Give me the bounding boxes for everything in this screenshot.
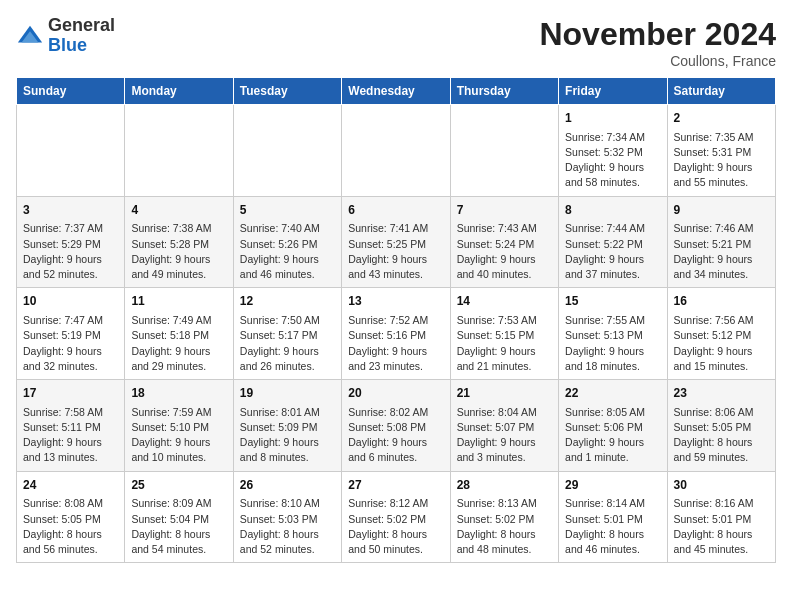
col-saturday: Saturday bbox=[667, 78, 775, 105]
calendar-cell: 19Sunrise: 8:01 AMSunset: 5:09 PMDayligh… bbox=[233, 380, 341, 472]
day-info: Sunrise: 7:47 AMSunset: 5:19 PMDaylight:… bbox=[23, 313, 118, 374]
calendar-cell: 3Sunrise: 7:37 AMSunset: 5:29 PMDaylight… bbox=[17, 196, 125, 288]
calendar-cell: 27Sunrise: 8:12 AMSunset: 5:02 PMDayligh… bbox=[342, 471, 450, 563]
calendar-cell: 28Sunrise: 8:13 AMSunset: 5:02 PMDayligh… bbox=[450, 471, 558, 563]
day-info: Sunrise: 7:37 AMSunset: 5:29 PMDaylight:… bbox=[23, 221, 118, 282]
day-info: Sunrise: 7:55 AMSunset: 5:13 PMDaylight:… bbox=[565, 313, 660, 374]
col-monday: Monday bbox=[125, 78, 233, 105]
day-info: Sunrise: 8:02 AMSunset: 5:08 PMDaylight:… bbox=[348, 405, 443, 466]
week-row-1: 1Sunrise: 7:34 AMSunset: 5:32 PMDaylight… bbox=[17, 105, 776, 197]
day-number: 30 bbox=[674, 477, 769, 494]
day-info: Sunrise: 8:12 AMSunset: 5:02 PMDaylight:… bbox=[348, 496, 443, 557]
calendar-cell: 17Sunrise: 7:58 AMSunset: 5:11 PMDayligh… bbox=[17, 380, 125, 472]
day-info: Sunrise: 8:14 AMSunset: 5:01 PMDaylight:… bbox=[565, 496, 660, 557]
day-info: Sunrise: 7:41 AMSunset: 5:25 PMDaylight:… bbox=[348, 221, 443, 282]
day-number: 27 bbox=[348, 477, 443, 494]
calendar-cell: 14Sunrise: 7:53 AMSunset: 5:15 PMDayligh… bbox=[450, 288, 558, 380]
day-number: 12 bbox=[240, 293, 335, 310]
day-info: Sunrise: 7:46 AMSunset: 5:21 PMDaylight:… bbox=[674, 221, 769, 282]
day-number: 25 bbox=[131, 477, 226, 494]
calendar-cell bbox=[17, 105, 125, 197]
calendar-cell: 24Sunrise: 8:08 AMSunset: 5:05 PMDayligh… bbox=[17, 471, 125, 563]
day-info: Sunrise: 7:43 AMSunset: 5:24 PMDaylight:… bbox=[457, 221, 552, 282]
day-number: 26 bbox=[240, 477, 335, 494]
calendar-cell: 7Sunrise: 7:43 AMSunset: 5:24 PMDaylight… bbox=[450, 196, 558, 288]
calendar-cell: 26Sunrise: 8:10 AMSunset: 5:03 PMDayligh… bbox=[233, 471, 341, 563]
calendar-cell: 21Sunrise: 8:04 AMSunset: 5:07 PMDayligh… bbox=[450, 380, 558, 472]
calendar-cell: 30Sunrise: 8:16 AMSunset: 5:01 PMDayligh… bbox=[667, 471, 775, 563]
day-info: Sunrise: 7:38 AMSunset: 5:28 PMDaylight:… bbox=[131, 221, 226, 282]
week-row-3: 10Sunrise: 7:47 AMSunset: 5:19 PMDayligh… bbox=[17, 288, 776, 380]
calendar-cell: 16Sunrise: 7:56 AMSunset: 5:12 PMDayligh… bbox=[667, 288, 775, 380]
col-sunday: Sunday bbox=[17, 78, 125, 105]
day-number: 22 bbox=[565, 385, 660, 402]
calendar-cell bbox=[125, 105, 233, 197]
day-info: Sunrise: 7:58 AMSunset: 5:11 PMDaylight:… bbox=[23, 405, 118, 466]
calendar-table: Sunday Monday Tuesday Wednesday Thursday… bbox=[16, 77, 776, 563]
day-number: 16 bbox=[674, 293, 769, 310]
day-info: Sunrise: 8:05 AMSunset: 5:06 PMDaylight:… bbox=[565, 405, 660, 466]
day-number: 2 bbox=[674, 110, 769, 127]
day-number: 10 bbox=[23, 293, 118, 310]
day-number: 19 bbox=[240, 385, 335, 402]
day-number: 13 bbox=[348, 293, 443, 310]
day-number: 24 bbox=[23, 477, 118, 494]
logo-icon bbox=[16, 22, 44, 50]
col-tuesday: Tuesday bbox=[233, 78, 341, 105]
page-header: General Blue November 2024 Coullons, Fra… bbox=[16, 16, 776, 69]
day-number: 23 bbox=[674, 385, 769, 402]
location: Coullons, France bbox=[539, 53, 776, 69]
calendar-body: 1Sunrise: 7:34 AMSunset: 5:32 PMDaylight… bbox=[17, 105, 776, 563]
day-number: 18 bbox=[131, 385, 226, 402]
calendar-cell: 8Sunrise: 7:44 AMSunset: 5:22 PMDaylight… bbox=[559, 196, 667, 288]
calendar-cell: 4Sunrise: 7:38 AMSunset: 5:28 PMDaylight… bbox=[125, 196, 233, 288]
calendar-cell: 5Sunrise: 7:40 AMSunset: 5:26 PMDaylight… bbox=[233, 196, 341, 288]
day-info: Sunrise: 7:44 AMSunset: 5:22 PMDaylight:… bbox=[565, 221, 660, 282]
day-number: 1 bbox=[565, 110, 660, 127]
calendar-cell: 23Sunrise: 8:06 AMSunset: 5:05 PMDayligh… bbox=[667, 380, 775, 472]
day-info: Sunrise: 7:53 AMSunset: 5:15 PMDaylight:… bbox=[457, 313, 552, 374]
day-info: Sunrise: 7:56 AMSunset: 5:12 PMDaylight:… bbox=[674, 313, 769, 374]
day-number: 15 bbox=[565, 293, 660, 310]
calendar-cell: 11Sunrise: 7:49 AMSunset: 5:18 PMDayligh… bbox=[125, 288, 233, 380]
day-number: 11 bbox=[131, 293, 226, 310]
calendar-cell: 13Sunrise: 7:52 AMSunset: 5:16 PMDayligh… bbox=[342, 288, 450, 380]
day-number: 20 bbox=[348, 385, 443, 402]
day-info: Sunrise: 8:08 AMSunset: 5:05 PMDaylight:… bbox=[23, 496, 118, 557]
calendar-cell: 22Sunrise: 8:05 AMSunset: 5:06 PMDayligh… bbox=[559, 380, 667, 472]
col-friday: Friday bbox=[559, 78, 667, 105]
day-number: 17 bbox=[23, 385, 118, 402]
logo-text: General Blue bbox=[48, 16, 115, 56]
day-number: 9 bbox=[674, 202, 769, 219]
day-number: 6 bbox=[348, 202, 443, 219]
logo: General Blue bbox=[16, 16, 115, 56]
week-row-2: 3Sunrise: 7:37 AMSunset: 5:29 PMDaylight… bbox=[17, 196, 776, 288]
day-info: Sunrise: 8:09 AMSunset: 5:04 PMDaylight:… bbox=[131, 496, 226, 557]
day-info: Sunrise: 8:06 AMSunset: 5:05 PMDaylight:… bbox=[674, 405, 769, 466]
calendar-header: Sunday Monday Tuesday Wednesday Thursday… bbox=[17, 78, 776, 105]
day-number: 21 bbox=[457, 385, 552, 402]
day-info: Sunrise: 7:34 AMSunset: 5:32 PMDaylight:… bbox=[565, 130, 660, 191]
calendar-cell: 10Sunrise: 7:47 AMSunset: 5:19 PMDayligh… bbox=[17, 288, 125, 380]
day-info: Sunrise: 7:52 AMSunset: 5:16 PMDaylight:… bbox=[348, 313, 443, 374]
calendar-cell bbox=[450, 105, 558, 197]
day-info: Sunrise: 7:49 AMSunset: 5:18 PMDaylight:… bbox=[131, 313, 226, 374]
day-number: 14 bbox=[457, 293, 552, 310]
calendar-cell bbox=[233, 105, 341, 197]
calendar-cell: 12Sunrise: 7:50 AMSunset: 5:17 PMDayligh… bbox=[233, 288, 341, 380]
calendar-cell: 18Sunrise: 7:59 AMSunset: 5:10 PMDayligh… bbox=[125, 380, 233, 472]
day-info: Sunrise: 7:35 AMSunset: 5:31 PMDaylight:… bbox=[674, 130, 769, 191]
month-title: November 2024 bbox=[539, 16, 776, 53]
day-info: Sunrise: 8:04 AMSunset: 5:07 PMDaylight:… bbox=[457, 405, 552, 466]
calendar-cell: 15Sunrise: 7:55 AMSunset: 5:13 PMDayligh… bbox=[559, 288, 667, 380]
calendar-cell: 6Sunrise: 7:41 AMSunset: 5:25 PMDaylight… bbox=[342, 196, 450, 288]
col-thursday: Thursday bbox=[450, 78, 558, 105]
day-info: Sunrise: 7:40 AMSunset: 5:26 PMDaylight:… bbox=[240, 221, 335, 282]
day-info: Sunrise: 8:16 AMSunset: 5:01 PMDaylight:… bbox=[674, 496, 769, 557]
day-number: 29 bbox=[565, 477, 660, 494]
day-number: 7 bbox=[457, 202, 552, 219]
day-info: Sunrise: 7:50 AMSunset: 5:17 PMDaylight:… bbox=[240, 313, 335, 374]
day-number: 28 bbox=[457, 477, 552, 494]
calendar-cell bbox=[342, 105, 450, 197]
header-row: Sunday Monday Tuesday Wednesday Thursday… bbox=[17, 78, 776, 105]
